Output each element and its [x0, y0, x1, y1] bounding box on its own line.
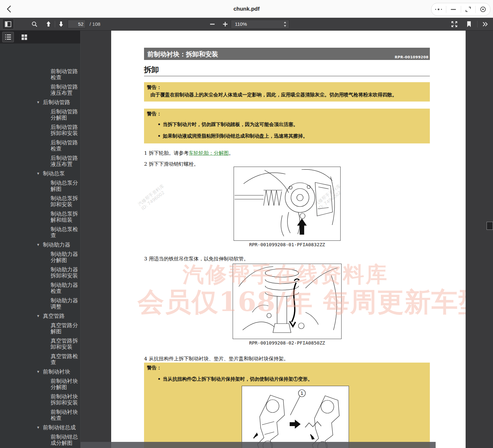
expanded-triangle-icon[interactable]: ▼	[36, 313, 43, 319]
divider	[55, 21, 55, 27]
zoom-in-button[interactable]	[220, 19, 231, 29]
warning-label: 警告：	[147, 365, 161, 371]
sidebar-item[interactable]: 制动总泵拆解和组装	[0, 211, 81, 223]
search-button[interactable]	[29, 19, 40, 29]
sidebar-item[interactable]: 前制动衬块拆卸和安装	[0, 394, 81, 406]
warning-box-2: 警告： 当拆下制动片时，切勿踩下制动踏板，因为这可能会顶出活塞。 如果制动液或润…	[144, 109, 430, 143]
strut-spring-drawing	[233, 264, 341, 339]
outline-list-icon	[5, 34, 11, 40]
page-number-input[interactable]	[68, 20, 86, 28]
expanded-triangle-icon[interactable]: ▼	[36, 424, 43, 431]
outline-view-button[interactable]	[2, 32, 14, 42]
plus-icon	[223, 22, 228, 27]
previous-page-button[interactable]	[43, 19, 54, 29]
article-title-bar: 前制动衬块：拆卸和安装 RPR-001099208	[144, 48, 430, 60]
sidebar-item[interactable]: 前制动管路液压布置	[0, 84, 81, 96]
toggle-sidebar-button[interactable]	[2, 19, 14, 29]
minimize-button[interactable]	[446, 5, 461, 13]
sidebar-item-label: 制动总泵	[43, 170, 65, 177]
sidebar-item[interactable]: 真空管路检查	[0, 353, 81, 365]
cross-reference-link[interactable]: 车轮轮胎：分解图	[189, 150, 229, 156]
sidebar-item[interactable]: 制动助力器检查	[0, 282, 81, 294]
figure-1	[234, 167, 341, 241]
presentation-mode-button[interactable]	[449, 19, 460, 29]
sidebar-item[interactable]: 制动助力器分解图	[0, 251, 81, 263]
search-icon	[31, 21, 38, 27]
thumbnails-view-button[interactable]	[18, 32, 30, 42]
resize-window-button[interactable]	[461, 5, 476, 13]
figure-2-caption: RPR-001099208-02-PFIA0850ZZ	[233, 340, 342, 346]
sidebar-item[interactable]: 制动总泵拆卸和安装	[0, 195, 81, 208]
circle-dot-icon	[480, 6, 486, 13]
sidebar-item[interactable]: ▼制动总泵	[0, 170, 81, 177]
sidebar-item[interactable]: 前制动衬块检查	[0, 409, 81, 421]
sidebar-item[interactable]: 制动总泵检查	[0, 226, 81, 239]
document-outline: 前制动管路检查前制动管路液压布置▼后制动管路后制动管路分解图后制动管路拆卸和安装…	[0, 31, 81, 448]
warning-text: 由于覆盖在前制动器上的灰尘会对人体造成一定影响，因此，应用吸尘器清除灰尘。切勿用…	[150, 92, 397, 98]
sidebar-item[interactable]: 制动助力器调整	[0, 297, 81, 310]
sidebar-item[interactable]: ▼后制动管路	[0, 99, 81, 105]
sidebar-item-label: 制动助力器检查	[51, 282, 81, 294]
sidebar-item-label: 真空管路拆卸和安装	[51, 338, 81, 350]
sidebar-item[interactable]: 后制动管路分解图	[0, 109, 81, 121]
sidebar-item-label: 前制动衬块检查	[51, 409, 81, 421]
fullscreen-arrows-icon	[451, 21, 458, 27]
bookmark-button[interactable]	[463, 19, 474, 29]
sidebar-item[interactable]: ▼真空管路	[0, 313, 81, 319]
sidebar-item-label: 后制动管路分解图	[51, 109, 81, 121]
step-2: 2 拆下下滑动销钉螺栓。	[144, 161, 199, 168]
double-chevron-right-icon	[482, 22, 488, 27]
minus-icon	[210, 22, 215, 27]
figure-2	[233, 264, 342, 339]
secondary-toolbar-button[interactable]	[479, 19, 491, 29]
sidebar-item-label: 真空管路	[43, 313, 65, 319]
more-dots-icon	[434, 8, 443, 11]
sidebar-item-label: 后制动管路液压布置	[51, 155, 81, 167]
expanded-triangle-icon[interactable]: ▼	[36, 99, 43, 105]
more-options-button[interactable]	[431, 5, 446, 13]
next-page-button[interactable]	[55, 19, 66, 29]
float-window-button[interactable]	[476, 5, 490, 13]
arrow-up-icon	[45, 21, 52, 27]
zoom-out-button[interactable]	[207, 19, 218, 29]
horizontal-scrollbar-thumb[interactable]	[81, 442, 436, 448]
warning-bullet: 当从抗扭构件②上拆下制动片保持架时，切勿使制动片保持架①变形。	[163, 376, 313, 382]
section-heading: 拆卸	[144, 65, 159, 75]
warning-box-3: 警告： 当从抗扭构件②上拆下制动片保持架时，切勿使制动片保持架①变形。	[144, 363, 430, 448]
sidebar-item[interactable]: ▼前制动钳总成	[0, 424, 81, 431]
document-filename: chunk.pdf	[0, 0, 493, 18]
expanded-triangle-icon[interactable]: ▼	[36, 242, 43, 248]
expanded-triangle-icon[interactable]: ▼	[36, 170, 43, 177]
pdf-toolbar: / 108 110%	[0, 18, 493, 31]
sidebar-item[interactable]: 前制动管路检查	[0, 68, 81, 81]
sidebar-item[interactable]: ▼前制动衬块	[0, 369, 81, 375]
sidebar-item-label: 制动总泵拆卸和安装	[51, 195, 81, 208]
sidebar-item[interactable]: 制动总泵分解图	[0, 180, 81, 192]
window-controls	[431, 3, 490, 16]
figure-1-caption: RPR-001099208-01-PFIA0832ZZ	[234, 242, 341, 247]
sidebar-item[interactable]: 真空管路分解图	[0, 322, 81, 335]
sidebar-item[interactable]: 后制动管路检查	[0, 140, 81, 152]
sidebar-item[interactable]: 前制动衬块分解图	[0, 378, 81, 390]
sidebar-item[interactable]: ▼制动助力器	[0, 242, 81, 248]
zoom-level-select[interactable]: 110%	[231, 20, 289, 29]
vertical-scrollbar-thumb[interactable]	[487, 222, 493, 230]
pdf-page: 前制动衬块：拆卸和安装 RPR-001099208 拆卸 警告： 由于覆盖在前制…	[111, 31, 466, 448]
app-topbar: chunk.pdf	[0, 0, 493, 18]
select-spinner-icon	[284, 21, 286, 27]
sidebar-toggle-icon	[5, 21, 11, 27]
step-4: 4 从抗扭构件上拆下制动衬块、垫片、垫片盖和制动衬块保持架。	[144, 355, 289, 362]
expanded-triangle-icon[interactable]: ▼	[36, 369, 43, 375]
step-1: 1 拆下轮胎。请参考车轮轮胎：分解图。	[144, 150, 234, 157]
article-title: 前制动衬块：拆卸和安装	[147, 50, 218, 59]
pad-retainer-drawing: 1	[242, 386, 349, 448]
sidebar-item[interactable]: 前制动钳总成分解图	[0, 434, 81, 446]
sidebar-item[interactable]: 制动助力器拆卸和安装	[0, 267, 81, 279]
sidebar-item[interactable]: 后制动管路液压布置	[0, 155, 81, 167]
sidebar-item-label: 后制动管路拆卸和安装	[51, 124, 81, 136]
sidebar-item[interactable]: 真空管路拆卸和安装	[0, 338, 81, 350]
sidebar-item-label: 前制动衬块	[43, 369, 70, 375]
sidebar-item-label: 制动总泵分解图	[51, 180, 81, 192]
sidebar-item[interactable]: 后制动管路拆卸和安装	[0, 124, 81, 136]
watermark-diagonal: 汽修帮手资料库ID: 7496002	[137, 183, 169, 211]
